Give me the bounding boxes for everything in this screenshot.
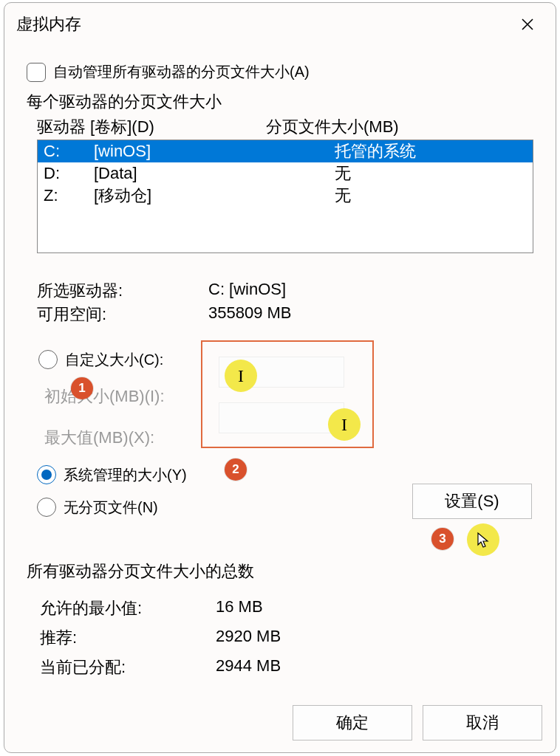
drive-letter: Z: [44, 185, 94, 207]
cancel-button[interactable]: 取消 [423, 705, 542, 740]
currently-allocated-label: 当前已分配: [40, 656, 216, 678]
recommended-label: 推荐: [40, 627, 216, 649]
no-paging-radio[interactable] [37, 498, 56, 517]
drive-row[interactable]: Z: [移动仓] 无 [38, 185, 533, 207]
custom-size-radio[interactable] [38, 350, 58, 369]
set-button[interactable]: 设置(S) [412, 484, 532, 519]
auto-manage-label: 自动管理所有驱动器的分页文件大小(A) [53, 62, 310, 82]
per-drive-label: 每个驱动器的分页文件大小 [27, 91, 533, 113]
annotation-highlight [467, 523, 499, 556]
drive-paging: 无 [273, 162, 527, 185]
system-managed-radio[interactable] [37, 465, 56, 484]
close-button[interactable] [513, 10, 542, 39]
ok-button[interactable]: 确定 [293, 705, 412, 740]
no-paging-label: 无分页文件(N) [64, 498, 158, 518]
annotation-marker: 3 [431, 528, 454, 550]
drive-letter: D: [44, 162, 94, 185]
drive-list[interactable]: C: [winOS] 托管的系统 D: [Data] 无 Z: [移动仓] 无 [37, 140, 533, 253]
recommended-value: 2920 MB [216, 627, 533, 649]
drive-paging: 托管的系统 [273, 140, 527, 162]
free-space-label: 可用空间: [37, 303, 208, 326]
drive-paging: 无 [273, 185, 527, 207]
annotation-marker: 2 [225, 458, 247, 481]
annotation-marker: 1 [71, 377, 93, 399]
auto-manage-checkbox[interactable] [27, 63, 46, 82]
drive-list-header: 驱动器 [卷标](D) 分页文件大小(MB) [37, 116, 533, 140]
totals-header: 所有驱动器分页文件大小的总数 [27, 560, 533, 583]
drive-row[interactable]: D: [Data] 无 [38, 162, 533, 185]
max-size-label: 最大值(MB)(X): [44, 427, 201, 449]
auto-manage-row[interactable]: 自动管理所有驱动器的分页文件大小(A) [27, 62, 533, 82]
col-size-header: 分页文件大小(MB) [266, 116, 533, 138]
titlebar: 虚拟内存 [4, 3, 556, 46]
system-managed-label: 系统管理的大小(Y) [64, 465, 187, 485]
currently-allocated-value: 2944 MB [216, 656, 533, 678]
selected-drive-value: C: [winOS] [208, 280, 533, 302]
min-allowed-value: 16 MB [216, 597, 533, 619]
drive-label: [移动仓] [94, 185, 273, 207]
annotation-highlight: I [225, 360, 257, 392]
selected-drive-label: 所选驱动器: [37, 280, 208, 302]
initial-size-label: 初始大小(MB)(I): [44, 385, 201, 408]
drive-label: [Data] [94, 162, 273, 185]
max-size-input[interactable] [219, 402, 344, 433]
free-space-value: 355809 MB [208, 303, 533, 326]
annotation-highlight: I [328, 408, 361, 441]
drive-row[interactable]: C: [winOS] 托管的系统 [38, 140, 533, 162]
drive-label: [winOS] [94, 140, 273, 162]
col-drive-header: 驱动器 [卷标](D) [37, 116, 266, 138]
min-allowed-label: 允许的最小值: [40, 597, 216, 619]
virtual-memory-dialog: 虚拟内存 自动管理所有驱动器的分页文件大小(A) 每个驱动器的分页文件大小 驱动… [4, 2, 556, 753]
dialog-title: 虚拟内存 [16, 13, 513, 35]
custom-size-label: 自定义大小(C): [65, 350, 163, 370]
drive-letter: C: [44, 140, 94, 162]
